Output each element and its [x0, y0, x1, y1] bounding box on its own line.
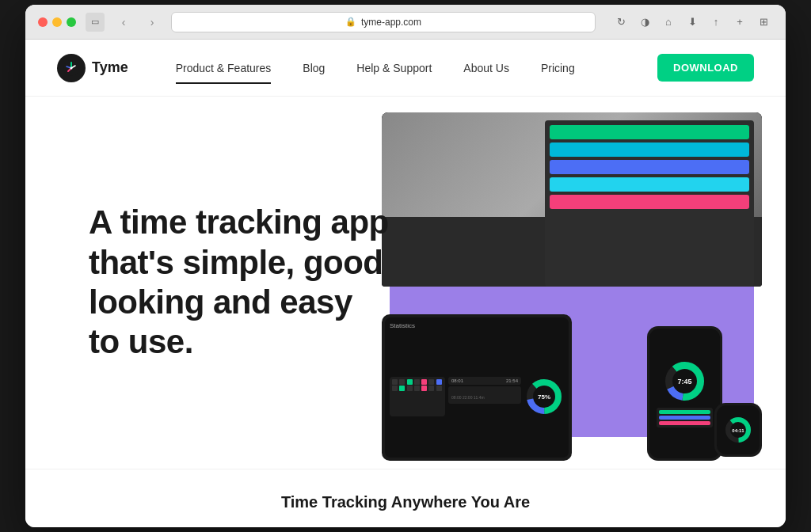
bar-group	[407, 340, 408, 372]
logo-text: Tyme	[92, 59, 128, 76]
new-tab-icon[interactable]: +	[730, 13, 749, 32]
svg-point-1	[70, 66, 73, 69]
tablet-bottom-row: 08:01 21:54 08:00 22:00 11:4m	[390, 377, 564, 416]
chart-bars	[390, 332, 564, 372]
project-row-green	[550, 125, 749, 139]
hero-section: A time tracking app that's simple, good …	[25, 97, 786, 469]
watch-mockup: 04:11	[714, 403, 762, 457]
project-row-cyan	[550, 177, 749, 192]
download-button[interactable]: DOWNLOAD	[657, 54, 754, 82]
laptop-app-panel	[545, 120, 754, 287]
tablet-header: Statistics	[390, 322, 564, 329]
hero-purple-background: Statistics	[390, 128, 754, 437]
maximize-button[interactable]	[67, 17, 76, 27]
website-content: Tyme Product & Features Blog Help & Supp…	[25, 40, 786, 527]
bar-group	[394, 350, 395, 372]
project-row-pink	[550, 195, 749, 209]
hero-image-area: Statistics	[390, 128, 754, 437]
mini-calendar	[390, 377, 445, 416]
forward-button[interactable]: ›	[143, 13, 162, 32]
bar-group	[401, 344, 402, 372]
hero-heading: A time tracking app that's simple, good …	[89, 203, 390, 363]
stat-row: 08:01 21:54	[448, 377, 521, 385]
bar-group	[391, 353, 392, 372]
devices-container: Statistics	[374, 104, 770, 453]
svg-text:75%: 75%	[538, 393, 550, 401]
shield-icon[interactable]: ◑	[635, 13, 654, 32]
bottom-heading: Time Tracking Anywhere You Are	[25, 493, 786, 511]
url-text: tyme-app.com	[361, 17, 421, 28]
phone-mockup: 7:45	[647, 326, 722, 461]
nav-link-product[interactable]: Product & Features	[160, 55, 287, 81]
donut-chart: 75%	[524, 377, 564, 416]
laptop-screen	[382, 112, 762, 287]
nav-link-pricing[interactable]: Pricing	[525, 55, 591, 81]
watch-screen: 04:11	[717, 405, 760, 454]
download-icon[interactable]: ⬇	[683, 13, 702, 32]
tablet-stats: 08:01 21:54 08:00 22:00 11:4m	[448, 377, 521, 416]
navbar: Tyme Product & Features Blog Help & Supp…	[25, 40, 786, 97]
back-button[interactable]: ‹	[114, 13, 133, 32]
stat-row-2: 08:00 22:00 11:4m	[448, 386, 521, 404]
bar-group	[410, 344, 411, 372]
svg-text:04:11: 04:11	[732, 428, 744, 433]
share-icon[interactable]: ↑	[706, 13, 725, 32]
tablet-mockup: Statistics	[382, 314, 572, 461]
lock-icon: 🔒	[345, 17, 356, 27]
nav-link-about[interactable]: About Us	[447, 55, 525, 81]
browser-chrome: ▭ ‹ › 🔒 tyme-app.com ↻ ◑ ⌂ ⬇ ↑ + ⊞	[25, 5, 786, 40]
tablet-screen: Statistics	[385, 317, 569, 458]
address-bar[interactable]: 🔒 tyme-app.com	[171, 12, 596, 32]
bar-group	[413, 347, 414, 372]
nav-links: Product & Features Blog Help & Support A…	[160, 55, 657, 81]
stat-label: 08:01	[451, 378, 463, 383]
logo-icon	[57, 54, 86, 82]
browser-window: ▭ ‹ › 🔒 tyme-app.com ↻ ◑ ⌂ ⬇ ↑ + ⊞	[25, 5, 786, 527]
bar-group	[398, 347, 398, 372]
traffic-lights	[38, 17, 76, 27]
nav-link-blog[interactable]: Blog	[287, 55, 341, 81]
logo-area[interactable]: Tyme	[57, 54, 128, 82]
project-row-teal	[550, 142, 749, 157]
browser-actions: ↻ ◑ ⌂ ⬇ ↑ + ⊞	[611, 13, 773, 32]
laptop-mockup	[382, 112, 762, 287]
home-icon[interactable]: ⌂	[659, 13, 678, 32]
grid-icon[interactable]: ⊞	[754, 13, 773, 32]
bar-group	[404, 350, 405, 372]
stat-label: 21:54	[506, 378, 518, 383]
phone-list	[657, 408, 713, 428]
svg-text:7:45: 7:45	[677, 378, 691, 386]
nav-link-help[interactable]: Help & Support	[341, 55, 447, 81]
nav-cta: DOWNLOAD	[657, 54, 754, 82]
stat-value: 08:00 22:00 11:4m	[451, 395, 485, 400]
project-row-blue	[550, 160, 749, 174]
close-button[interactable]	[38, 17, 48, 27]
reload-icon[interactable]: ↻	[611, 13, 630, 32]
window-mode-button[interactable]: ▭	[86, 13, 105, 32]
bottom-section: Time Tracking Anywhere You Are	[25, 469, 786, 527]
phone-screen: 7:45	[649, 329, 720, 458]
minimize-button[interactable]	[52, 17, 62, 27]
hero-text: A time tracking app that's simple, good …	[89, 203, 390, 363]
